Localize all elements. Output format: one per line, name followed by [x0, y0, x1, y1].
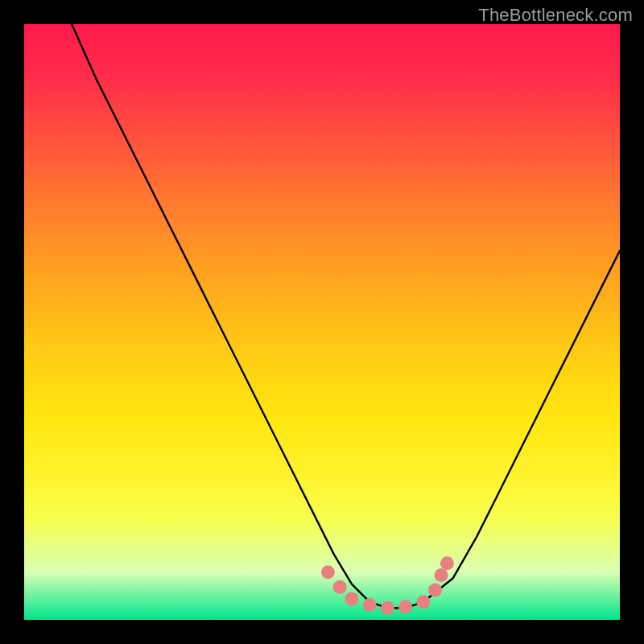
highlight-dot	[381, 601, 394, 615]
highlight-dot	[398, 600, 412, 613]
bottleneck-curve-path	[72, 24, 620, 608]
highlight-dot	[435, 568, 448, 582]
highlight-dot	[363, 598, 377, 612]
chart-svg	[24, 24, 620, 620]
highlight-dot	[428, 584, 442, 597]
chart-frame: TheBottleneck.com	[0, 0, 644, 644]
highlight-dot	[345, 592, 359, 606]
chart-plot-area	[24, 24, 620, 620]
highlight-dot	[333, 580, 347, 594]
highlight-dot	[416, 595, 430, 609]
highlight-dot	[440, 556, 454, 570]
watermark-text: TheBottleneck.com	[478, 5, 633, 26]
highlight-dot	[321, 565, 335, 579]
